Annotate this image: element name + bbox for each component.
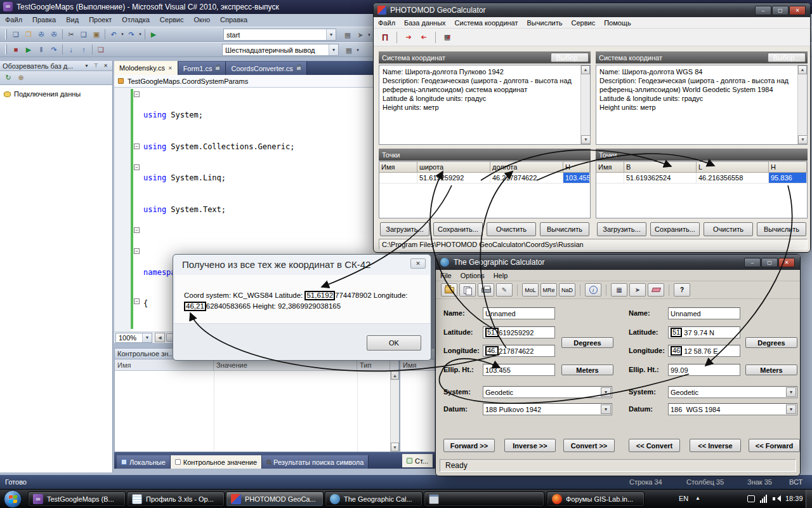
menu-edit[interactable]: Правка: [27, 14, 61, 25]
navigate-icon[interactable]: ➤: [355, 29, 366, 41]
refresh-icon[interactable]: ↻: [3, 72, 14, 84]
molodensky-button[interactable]: MoL: [522, 283, 539, 297]
convert-back-button[interactable]: << Convert: [629, 439, 680, 452]
datum-combo-left[interactable]: 188 Pulkovo 1942▾: [483, 403, 612, 415]
fold-toggle[interactable]: −: [134, 227, 140, 233]
nadcon-button[interactable]: NaD: [559, 283, 575, 297]
toolbar-overflow-icon[interactable]: ▾: [367, 32, 372, 37]
clear-button-left[interactable]: Очистить: [487, 222, 536, 236]
pm-menu-coordsys[interactable]: Система координат: [450, 17, 523, 29]
tab-watch[interactable]: Контрольное значение: [171, 455, 262, 469]
longitude-field-left[interactable]: 46.217874622: [483, 345, 555, 357]
undo-dropdown-icon[interactable]: ▾: [120, 32, 125, 37]
print-icon[interactable]: [478, 283, 494, 297]
system-combo-left[interactable]: Geodetic▾: [483, 386, 612, 398]
cut-icon[interactable]: ✂: [65, 29, 77, 40]
database-tree[interactable]: Подключения данны: [0, 85, 112, 472]
convert-button[interactable]: Convert >>: [563, 439, 615, 452]
chevron-down-icon[interactable]: ▾: [329, 44, 338, 55]
continue-icon[interactable]: ▶: [23, 44, 34, 55]
help-icon[interactable]: ?: [674, 283, 690, 297]
add-connection-icon[interactable]: ⊕: [15, 72, 27, 84]
watch-grid[interactable]: [115, 371, 390, 451]
stop-debug-icon[interactable]: ■: [10, 44, 22, 55]
fold-toggle[interactable]: −: [134, 91, 140, 97]
tray-expand-icon[interactable]: ▲: [695, 495, 700, 501]
scroll-up-icon[interactable]: ▲: [798, 65, 807, 74]
longitude-field-right[interactable]: 46 12 58.76 E: [668, 345, 740, 357]
tab-molodensky[interactable]: Molodensky.cs✕: [114, 61, 178, 75]
load-button-left[interactable]: Загрузить...: [380, 222, 429, 236]
minimize-button[interactable]: –: [744, 258, 761, 267]
menu-view[interactable]: Вид: [61, 14, 84, 25]
forward-back-button[interactable]: << Forward: [749, 439, 800, 452]
menu-debug[interactable]: Отладка: [117, 14, 154, 25]
ok-button[interactable]: OK: [367, 335, 421, 351]
close-icon[interactable]: ✕: [168, 65, 173, 71]
new-file-icon[interactable]: ❏: [10, 29, 22, 40]
table-row[interactable]: 51.619362524 46.216356558 95.836: [596, 173, 807, 184]
info-icon[interactable]: i: [585, 283, 601, 297]
table-row[interactable]: 51.619259292 46.217874622 103.455: [379, 173, 590, 184]
columns-icon[interactable]: Π: [379, 32, 391, 43]
cell-lat[interactable]: 51.619259292: [417, 173, 490, 183]
cell-point-name[interactable]: [379, 173, 417, 183]
language-indicator[interactable]: EN: [679, 495, 688, 502]
save-button-left[interactable]: Сохранить...: [433, 222, 483, 236]
fold-toggle[interactable]: −: [134, 164, 140, 170]
cell-b[interactable]: 51.619362524: [624, 173, 697, 183]
scroll-down-icon[interactable]: ▼: [798, 135, 808, 144]
save-icon[interactable]: ✇: [36, 29, 47, 40]
start-button[interactable]: [4, 490, 22, 508]
gc-menu-file[interactable]: File: [436, 270, 456, 281]
load-button-right[interactable]: Загрузить...: [597, 222, 646, 236]
step-out-icon[interactable]: ↑: [78, 44, 89, 55]
scroll-down-icon[interactable]: ▼: [391, 443, 399, 451]
grid-icon[interactable]: ▦: [611, 283, 627, 297]
maximize-button[interactable]: ▢: [772, 6, 789, 15]
fold-toggle[interactable]: −: [134, 248, 140, 254]
move-left-icon[interactable]: ➔: [418, 32, 429, 43]
scroll-up-icon[interactable]: ▲: [581, 65, 590, 74]
close-button[interactable]: ✕: [789, 6, 806, 15]
save-button-right[interactable]: Сохранить...: [650, 222, 700, 236]
task-photomod[interactable]: PHOTOMOD GeoCa...: [226, 491, 324, 507]
pause-icon[interactable]: ‖: [36, 44, 47, 55]
gc-titlebar[interactable]: The Geographic Calculator – ▢ ✕: [436, 255, 800, 270]
redo-icon[interactable]: ↷: [126, 29, 137, 40]
memory-window-icon[interactable]: ▦: [343, 44, 355, 56]
restart-icon[interactable]: ↷: [48, 44, 60, 55]
menu-tools[interactable]: Сервис: [155, 14, 189, 25]
compute-button-right[interactable]: Вычислить: [757, 222, 806, 236]
gc-menu-options[interactable]: Options: [456, 270, 489, 281]
task-geocalculator[interactable]: The Geographic Cal...: [325, 491, 422, 507]
toolbar-overflow-icon[interactable]: ▾: [355, 48, 360, 53]
chevron-down-icon[interactable]: ▾: [786, 404, 796, 414]
meters-button-left[interactable]: Meters: [561, 364, 613, 375]
meters-button-right[interactable]: Meters: [745, 364, 797, 375]
menu-project[interactable]: Проект: [84, 14, 117, 25]
tab-form1[interactable]: Form1.cs: [178, 62, 226, 75]
task-spreadsheet[interactable]: Профиль 3.xls - Op...: [127, 491, 225, 507]
minimize-button[interactable]: –: [755, 6, 771, 15]
pointer-icon[interactable]: ➤: [629, 283, 646, 297]
task-gislab-forum[interactable]: Форумы GIS-Lab.in...: [547, 491, 645, 507]
undo-icon[interactable]: ↶: [108, 29, 119, 40]
close-button[interactable]: ✕: [778, 258, 795, 267]
maximize-button[interactable]: ▢: [761, 258, 778, 267]
gc-menu-help[interactable]: Help: [489, 270, 513, 281]
name-field-right[interactable]: Unnamed: [668, 307, 740, 319]
step-into-icon[interactable]: ↓: [65, 44, 77, 55]
ellip-ht-field-left[interactable]: 103.455: [483, 364, 555, 376]
pm-menu-file[interactable]: Файл: [374, 17, 400, 29]
name-field-left[interactable]: Unnamed: [483, 307, 555, 319]
move-right-icon[interactable]: ➔: [403, 32, 414, 43]
degrees-button-left[interactable]: Degrees: [561, 337, 613, 348]
scroll-down-icon[interactable]: ▼: [581, 135, 591, 144]
clock[interactable]: 18:39: [785, 495, 803, 502]
pm-menu-help[interactable]: Помощь: [599, 17, 636, 29]
close-button[interactable]: ✕: [410, 258, 426, 269]
multiple-regression-button[interactable]: MRe: [540, 283, 557, 297]
latitude-field-right[interactable]: 51 37 9.74 N: [668, 326, 740, 338]
breakpoints-icon[interactable]: ❏: [95, 44, 107, 55]
